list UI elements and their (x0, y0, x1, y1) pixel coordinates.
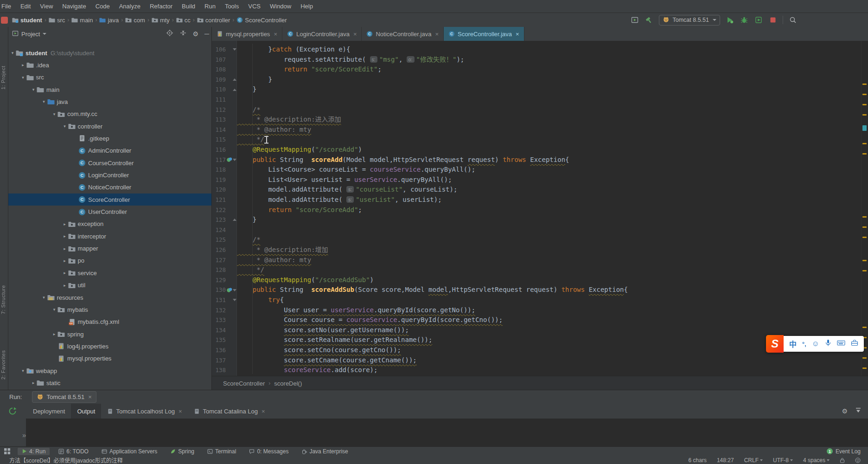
tree-item-scorecontroller[interactable]: CScoreController (8, 193, 212, 206)
warning-stripe-mark[interactable] (862, 94, 867, 95)
toolwindow-switcher-icon[interactable] (4, 448, 10, 454)
code-line-122[interactable]: return "score/ScoreAdd"; (237, 205, 862, 215)
tree-item-po[interactable]: ▸po (8, 255, 212, 267)
chevron-right-icon[interactable]: ▸ (62, 271, 68, 275)
warning-stripe-mark[interactable] (862, 114, 867, 116)
chevron-down-icon[interactable]: ▾ (20, 75, 26, 80)
build-hammer-icon[interactable] (645, 15, 654, 25)
status-6-chars[interactable]: 6 chars (689, 457, 707, 464)
search-everywhere-icon[interactable] (788, 15, 798, 25)
code-line-130[interactable]: public String scoreAddSub(Score score,Mo… (237, 285, 862, 295)
chevron-down-icon[interactable]: ▾ (41, 295, 47, 300)
caret-stripe-mark[interactable] (862, 125, 867, 131)
statusbar-button-0-messages[interactable]: 0: Messages (245, 448, 293, 455)
debug-button[interactable] (740, 15, 749, 25)
ime-language-icon[interactable]: 中 (789, 338, 797, 349)
warning-stripe-mark[interactable] (862, 84, 867, 85)
warning-stripe-mark[interactable] (862, 216, 867, 218)
tree-item-mysql-properties[interactable]: mysql.properties (8, 353, 212, 365)
tree-item-interceptor[interactable]: ▸interceptor (8, 230, 212, 242)
tree-item-service[interactable]: ▸service (8, 267, 212, 279)
tree-item-java[interactable]: ▾java (8, 96, 212, 108)
tree-item-com-mty-cc[interactable]: ▾com.mty.cc (8, 108, 212, 120)
code-line-116[interactable]: @RequestMapping("/scoreAdd") (237, 145, 862, 155)
code-line-111[interactable] (237, 95, 862, 105)
hide-window-icon[interactable] (855, 407, 862, 415)
chevron-down-icon[interactable]: ▾ (41, 99, 47, 104)
tree-item-gitkeep[interactable]: .gitkeep (8, 132, 212, 144)
sidebar-item-favorites[interactable]: 2: Favorites (0, 339, 7, 391)
close-icon[interactable]: × (262, 408, 265, 415)
tree-item-src[interactable]: ▾src (8, 71, 212, 84)
warning-stripe-mark[interactable] (862, 367, 867, 369)
statusbar-button-4-run[interactable]: 4: Run (18, 448, 50, 455)
inspections-hector-icon[interactable] (855, 458, 861, 463)
chevron-down-icon[interactable]: ▾ (30, 87, 37, 92)
tree-item-coursecontroller[interactable]: CCourseController (8, 157, 212, 169)
sidebar-item-structure[interactable]: 7: Structure (0, 272, 7, 328)
warning-stripe-mark[interactable] (862, 237, 867, 238)
chevron-right-icon[interactable]: ▸ (51, 332, 57, 336)
code-line-125[interactable]: /* (237, 235, 862, 245)
tree-item-mybatis[interactable]: ▾mybatis (8, 303, 212, 316)
editor-tab-noticecontroller-java[interactable]: CNoticeController.java× (362, 27, 444, 41)
code-line-124[interactable] (237, 225, 862, 235)
chevron-right-icon[interactable]: ▸ (62, 258, 68, 263)
editor-tab-scorecontroller-java[interactable]: CScoreController.java× (444, 27, 524, 41)
menu-item-help[interactable]: Help (296, 0, 318, 13)
warning-stripe-mark[interactable] (862, 143, 867, 144)
locate-file-icon[interactable] (166, 29, 173, 39)
chevron-right-icon[interactable]: ▸ (62, 283, 68, 288)
code-line-106[interactable]: }catch (Exception e){ (237, 45, 862, 55)
rerun-server-icon[interactable] (8, 407, 17, 417)
tree-item-student[interactable]: ▾studentG:\study\student (8, 47, 212, 59)
fold-region-end-icon[interactable] (233, 84, 236, 95)
code-line-119[interactable]: List<User> userList = userService.queryB… (237, 175, 862, 185)
tree-item-static[interactable]: ▸static (8, 377, 212, 389)
breadcrumb-item-com[interactable]: com (124, 17, 146, 24)
warning-stripe-mark[interactable] (862, 153, 867, 155)
breadcrumb-item-controller[interactable]: controller (196, 17, 231, 24)
breadcrumb-item-src[interactable]: src (48, 17, 66, 24)
code-line-112[interactable]: /* (237, 105, 862, 115)
tree-item-mybatis-cfg-xml[interactable]: <>mybatis.cfg.xml (8, 316, 212, 328)
ime-emoji-icon[interactable]: ☺ (812, 340, 819, 348)
breadcrumb-class[interactable]: ScoreController (223, 380, 265, 387)
run-tab-tomcat-catalina-log[interactable]: Tomcat Catalina Log× (188, 404, 271, 419)
ime-microphone-icon[interactable] (825, 339, 831, 348)
gear-icon[interactable]: ⚙ (842, 408, 848, 414)
menu-item-run[interactable]: Run (200, 0, 220, 13)
warning-stripe-mark[interactable] (862, 327, 867, 328)
status-4-spaces[interactable]: 4 spaces (803, 457, 830, 464)
breadcrumb-item-mty[interactable]: mty (151, 17, 171, 24)
code-line-117[interactable]: public String scoreAdd(Model model,HttpS… (237, 155, 862, 165)
event-log-button[interactable]: 1 Event Log (827, 447, 861, 456)
code-line-126[interactable]: * @description:增加 (237, 245, 862, 255)
warning-stripe-mark[interactable] (862, 226, 867, 228)
tree-item-util[interactable]: ▸util (8, 279, 212, 291)
ime-punctuation-icon[interactable]: °, (802, 341, 806, 348)
breadcrumb-item-student[interactable]: student (11, 17, 43, 24)
show-toolwindow-icon[interactable] (630, 15, 639, 25)
hide-panel-icon[interactable]: ─ (204, 31, 209, 37)
code-line-134[interactable]: score.setNo(user.getUsername()); (237, 325, 862, 335)
tree-item-resources[interactable]: ▾resources (8, 291, 212, 303)
request-mapping-gutter-icon[interactable] (227, 155, 232, 165)
code-line-120[interactable]: model.addAttribute( s:"courseList", cour… (237, 185, 862, 195)
menu-item-tools[interactable]: Tools (220, 0, 243, 13)
tree-item-exception[interactable]: ▸exception (8, 218, 212, 230)
ime-keyboard-icon[interactable] (837, 340, 845, 348)
run-button[interactable] (725, 15, 734, 25)
menu-item-code[interactable]: Code (91, 0, 115, 13)
tree-item-admincontroller[interactable]: CAdminController (8, 145, 212, 157)
tree-item-main[interactable]: ▾main (8, 84, 212, 96)
chevron-right-icon[interactable]: ▸ (30, 380, 37, 385)
run-console[interactable] (26, 419, 868, 447)
code-line-121[interactable]: model.addAttribute( s:"userList", userLi… (237, 195, 862, 205)
fold-region-end-icon[interactable] (233, 215, 236, 225)
chevron-down-icon[interactable]: ▾ (62, 124, 68, 129)
fold-region-open-icon[interactable] (233, 155, 236, 165)
sogou-logo-icon[interactable]: S (766, 335, 784, 353)
code-line-133[interactable]: Course course = courseService.queryById(… (237, 315, 862, 325)
warning-stripe-mark[interactable] (862, 270, 867, 271)
